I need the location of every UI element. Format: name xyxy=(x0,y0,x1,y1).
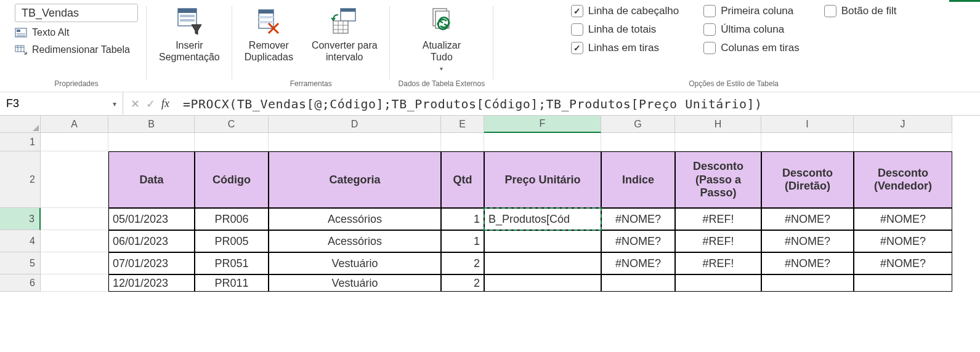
filter-button-checkbox[interactable]: Botão de filt xyxy=(824,5,897,17)
cell-J3[interactable]: #NOME? xyxy=(854,208,952,230)
cell-B3[interactable]: 05/01/2023 xyxy=(108,208,195,230)
cell-J5[interactable]: #NOME? xyxy=(854,252,952,274)
cell-A4[interactable] xyxy=(41,230,108,252)
cell-G2[interactable]: Indice xyxy=(601,151,675,208)
chevron-down-icon[interactable]: ▾ xyxy=(113,100,116,108)
cell-I2[interactable]: Desconto (Diretão) xyxy=(761,151,854,208)
cell-F4[interactable] xyxy=(484,230,601,252)
cell-E3[interactable]: 1 xyxy=(441,208,484,230)
col-header-A[interactable]: A xyxy=(41,116,108,133)
cell-A2[interactable] xyxy=(41,151,108,208)
cell-C4[interactable]: PR005 xyxy=(195,230,269,252)
cell-I5[interactable]: #NOME? xyxy=(761,252,854,274)
banded-rows-checkbox[interactable]: Linhas em tiras xyxy=(571,42,679,54)
cell-B4[interactable]: 06/01/2023 xyxy=(108,230,195,252)
cell-D2[interactable]: Categoria xyxy=(269,151,441,208)
cell-J6[interactable] xyxy=(854,274,952,292)
cell-E4[interactable]: 1 xyxy=(441,230,484,252)
cancel-formula-button[interactable]: ✕ xyxy=(131,97,140,111)
cell-H5[interactable]: #REF! xyxy=(675,252,761,274)
cell-B5[interactable]: 07/01/2023 xyxy=(108,252,195,274)
cell-G3[interactable]: #NOME? xyxy=(601,208,675,230)
refresh-all-button[interactable]: Atualizar Tudo ▾ xyxy=(419,4,464,74)
col-header-I[interactable]: I xyxy=(761,116,854,133)
col-header-D[interactable]: D xyxy=(269,116,441,133)
cell-F2[interactable]: Preço Unitário xyxy=(484,151,601,208)
cell-E5[interactable]: 2 xyxy=(441,252,484,274)
cell-C3[interactable]: PR006 xyxy=(195,208,269,230)
cell-B6[interactable]: 12/01/2023 xyxy=(108,274,195,292)
cell-F3[interactable]: B_Produtos[Cód xyxy=(484,208,601,230)
total-row-checkbox[interactable]: Linha de totais xyxy=(571,23,679,36)
group-label-properties: Propriedades xyxy=(54,79,98,90)
row-header-3[interactable]: 3 xyxy=(0,208,41,230)
col-header-J[interactable]: J xyxy=(854,116,952,133)
col-header-E[interactable]: E xyxy=(441,116,484,133)
cell-D4[interactable]: Acessórios xyxy=(269,230,441,252)
last-col-checkbox[interactable]: Última coluna xyxy=(703,23,800,36)
cell-G6[interactable] xyxy=(601,274,675,292)
cell-I3[interactable]: #NOME? xyxy=(761,208,854,230)
cell-D5[interactable]: Vestuário xyxy=(269,252,441,274)
remove-duplicates-button[interactable]: Remover Duplicadas xyxy=(241,4,297,65)
row-header-6[interactable]: 6 xyxy=(0,274,41,292)
cell-J4[interactable]: #NOME? xyxy=(854,230,952,252)
cell-B1[interactable] xyxy=(108,133,195,151)
cell-A1[interactable] xyxy=(41,133,108,151)
cell-I6[interactable] xyxy=(761,274,854,292)
col-header-H[interactable]: H xyxy=(675,116,761,133)
cell-C1[interactable] xyxy=(195,133,269,151)
select-all-corner[interactable] xyxy=(0,116,41,133)
cell-C5[interactable]: PR051 xyxy=(195,252,269,274)
row-header-2[interactable]: 2 xyxy=(0,151,41,208)
cell-H2[interactable]: Desconto (Passo a Passo) xyxy=(675,151,761,208)
cell-J2[interactable]: Desconto (Vendedor) xyxy=(854,151,952,208)
cell-C2[interactable]: Código xyxy=(195,151,269,208)
name-box[interactable]: F3 ▾ xyxy=(0,92,123,115)
convert-to-range-button[interactable]: Converter para intervalo xyxy=(308,4,381,65)
cell-G4[interactable]: #NOME? xyxy=(601,230,675,252)
col-header-B[interactable]: B xyxy=(108,116,195,133)
cell-C6[interactable]: PR011 xyxy=(195,274,269,292)
cell-D3[interactable]: Acessórios xyxy=(269,208,441,230)
row-header-1[interactable]: 1 xyxy=(0,133,41,151)
cell-F1[interactable] xyxy=(484,133,601,151)
cell-D6[interactable]: Vestuário xyxy=(269,274,441,292)
col-header-C[interactable]: C xyxy=(195,116,269,133)
insert-function-button[interactable]: fx xyxy=(161,97,169,110)
insert-slicer-button[interactable]: Inserir Segmentação xyxy=(155,4,224,65)
cell-A6[interactable] xyxy=(41,274,108,292)
cell-I4[interactable]: #NOME? xyxy=(761,230,854,252)
cell-E1[interactable] xyxy=(441,133,484,151)
cell-H6[interactable] xyxy=(675,274,761,292)
cell-B2[interactable]: Data xyxy=(108,151,195,208)
cell-G5[interactable]: #NOME? xyxy=(601,252,675,274)
alt-text-button[interactable]: Texto Alt xyxy=(15,26,69,39)
col-header-F[interactable]: F xyxy=(484,116,601,133)
formula-input[interactable]: =PROCX(TB_Vendas[@;Código];TB_Produtos[C… xyxy=(177,97,980,111)
cell-J1[interactable] xyxy=(854,133,952,151)
resize-table-button[interactable]: Redimensionar Tabela xyxy=(15,43,130,57)
cell-D1[interactable] xyxy=(269,133,441,151)
cell-H4[interactable]: #REF! xyxy=(675,230,761,252)
group-label-tools: Ferramentas xyxy=(290,79,332,90)
cell-F6[interactable] xyxy=(484,274,601,292)
table-name-input[interactable] xyxy=(15,4,138,22)
cell-F5[interactable] xyxy=(484,252,601,274)
row-header-4[interactable]: 4 xyxy=(0,230,41,252)
banded-cols-checkbox[interactable]: Colunas em tiras xyxy=(703,42,800,54)
header-row-checkbox[interactable]: Linha de cabeçalho xyxy=(571,5,679,17)
cell-I1[interactable] xyxy=(761,133,854,151)
first-col-checkbox[interactable]: Primeira coluna xyxy=(703,5,800,17)
enter-formula-button[interactable]: ✓ xyxy=(146,97,155,111)
cell-H3[interactable]: #REF! xyxy=(675,208,761,230)
col-header-G[interactable]: G xyxy=(601,116,675,133)
cell-A3[interactable] xyxy=(41,208,108,230)
cell-A5[interactable] xyxy=(41,252,108,274)
cell-H1[interactable] xyxy=(675,133,761,151)
row-header-5[interactable]: 5 xyxy=(0,252,41,274)
resize-table-label: Redimensionar Tabela xyxy=(32,44,130,55)
cell-G1[interactable] xyxy=(601,133,675,151)
cell-E2[interactable]: Qtd xyxy=(441,151,484,208)
cell-E6[interactable]: 2 xyxy=(441,274,484,292)
